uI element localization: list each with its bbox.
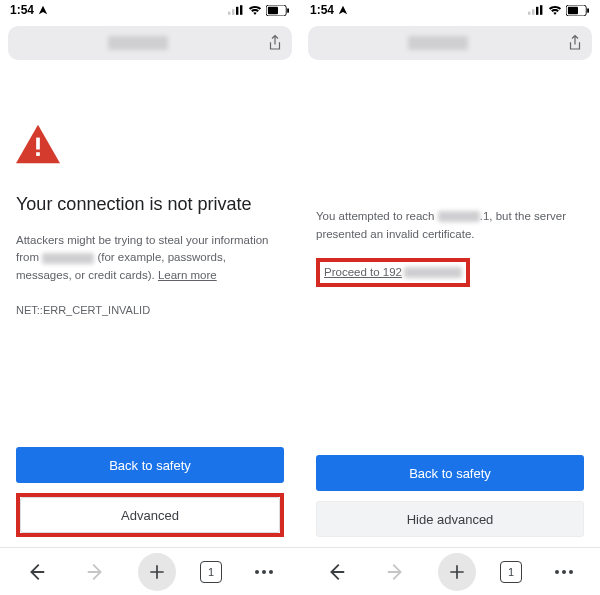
svg-rect-11 bbox=[536, 7, 538, 15]
status-time: 1:54 bbox=[10, 3, 34, 17]
button-row: Back to safety Hide advanced bbox=[300, 455, 600, 547]
dots-icon bbox=[555, 570, 573, 574]
button-row: Back to safety Advanced bbox=[0, 447, 300, 547]
learn-more-link[interactable]: Learn more bbox=[158, 269, 217, 281]
back-to-safety-button[interactable]: Back to safety bbox=[16, 447, 284, 483]
bottom-nav: 1 bbox=[300, 547, 600, 595]
warning-icon bbox=[16, 124, 60, 164]
nav-back-button[interactable] bbox=[18, 554, 54, 590]
arrow-left-icon bbox=[325, 561, 347, 583]
hostname-redacted bbox=[438, 211, 480, 222]
address-bar[interactable] bbox=[8, 26, 292, 60]
svg-rect-2 bbox=[236, 7, 238, 15]
arrow-right-icon bbox=[85, 561, 107, 583]
status-time: 1:54 bbox=[310, 3, 334, 17]
share-icon[interactable] bbox=[266, 34, 284, 52]
svg-rect-14 bbox=[568, 6, 578, 13]
menu-button[interactable] bbox=[246, 554, 282, 590]
nav-back-button[interactable] bbox=[318, 554, 354, 590]
nav-forward-button bbox=[78, 554, 114, 590]
hide-advanced-button[interactable]: Hide advanced bbox=[316, 501, 584, 537]
svg-rect-3 bbox=[240, 5, 242, 15]
error-code: NET::ERR_CERT_INVALID bbox=[16, 302, 284, 319]
ip-redacted bbox=[404, 267, 462, 278]
svg-rect-5 bbox=[268, 6, 278, 13]
svg-rect-6 bbox=[287, 8, 289, 13]
url-redacted bbox=[108, 36, 168, 50]
svg-rect-10 bbox=[532, 9, 534, 15]
plus-icon bbox=[147, 562, 167, 582]
arrow-right-icon bbox=[385, 561, 407, 583]
proceed-link[interactable]: Proceed to 192 bbox=[324, 264, 402, 282]
back-to-safety-button[interactable]: Back to safety bbox=[316, 455, 584, 491]
signal-icon bbox=[528, 5, 544, 15]
svg-rect-7 bbox=[36, 138, 40, 150]
svg-rect-1 bbox=[232, 9, 234, 15]
menu-button[interactable] bbox=[546, 554, 582, 590]
highlight-proceed: Proceed to 192 bbox=[316, 258, 470, 288]
wifi-icon bbox=[548, 5, 562, 15]
location-icon bbox=[38, 5, 48, 15]
status-bar: 1:54 bbox=[300, 0, 600, 20]
share-icon[interactable] bbox=[566, 34, 584, 52]
advanced-content: You attempted to reach .1, but the serve… bbox=[300, 66, 600, 455]
address-bar[interactable] bbox=[308, 26, 592, 60]
warning-description: Attackers might be trying to steal your … bbox=[16, 232, 284, 284]
svg-rect-0 bbox=[228, 12, 230, 15]
dots-icon bbox=[255, 570, 273, 574]
advanced-button[interactable]: Advanced bbox=[20, 497, 280, 533]
new-tab-button[interactable] bbox=[138, 553, 176, 591]
tabs-button[interactable]: 1 bbox=[200, 561, 222, 583]
battery-icon bbox=[566, 5, 590, 16]
svg-rect-15 bbox=[587, 8, 589, 13]
warning-title: Your connection is not private bbox=[16, 191, 284, 218]
status-bar: 1:54 bbox=[0, 0, 300, 20]
svg-rect-9 bbox=[528, 12, 530, 15]
status-right bbox=[228, 5, 290, 16]
hostname-redacted bbox=[42, 253, 94, 264]
new-tab-button[interactable] bbox=[438, 553, 476, 591]
nav-forward-button bbox=[378, 554, 414, 590]
bottom-nav: 1 bbox=[0, 547, 300, 595]
battery-icon bbox=[266, 5, 290, 16]
phone-right: 1:54 You attempted to reach .1, but the … bbox=[300, 0, 600, 595]
svg-rect-12 bbox=[540, 5, 542, 15]
location-icon bbox=[338, 5, 348, 15]
arrow-left-icon bbox=[25, 561, 47, 583]
phone-left: 1:54 Your connection is not private Atta… bbox=[0, 0, 300, 595]
highlight-advanced: Advanced bbox=[16, 493, 284, 537]
plus-icon bbox=[447, 562, 467, 582]
url-redacted bbox=[408, 36, 468, 50]
wifi-icon bbox=[248, 5, 262, 15]
warning-content: Your connection is not private Attackers… bbox=[0, 66, 300, 447]
tabs-button[interactable]: 1 bbox=[500, 561, 522, 583]
signal-icon bbox=[228, 5, 244, 15]
svg-rect-8 bbox=[36, 152, 40, 156]
advanced-description: You attempted to reach .1, but the serve… bbox=[316, 208, 584, 244]
status-right bbox=[528, 5, 590, 16]
